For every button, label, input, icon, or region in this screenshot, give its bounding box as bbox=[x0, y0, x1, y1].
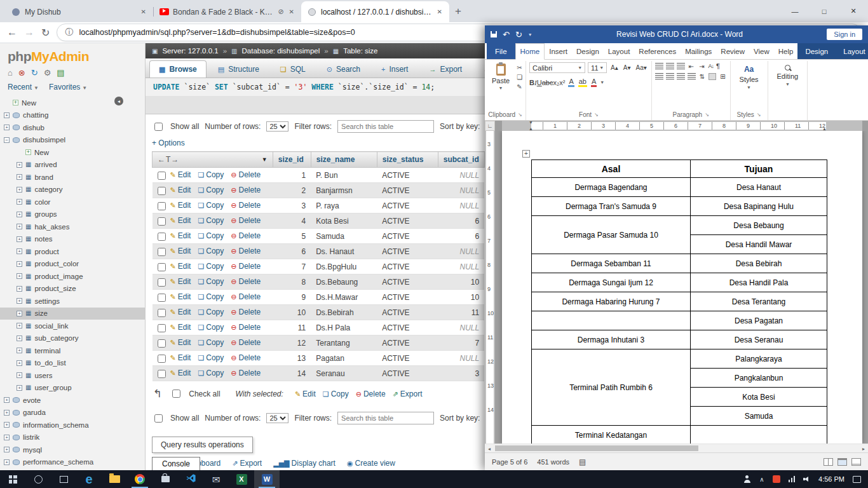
row-checkbox[interactable] bbox=[158, 263, 166, 271]
pma-tab-search[interactable]: ⊙Search bbox=[317, 60, 370, 78]
row-checkbox[interactable] bbox=[158, 233, 166, 241]
doc-cell[interactable]: Desa Terantang bbox=[691, 292, 827, 311]
console-toggle[interactable]: Console bbox=[152, 457, 200, 470]
resultop-create-view[interactable]: ◉Create view bbox=[347, 459, 395, 468]
chrome-close-button[interactable]: ✕ bbox=[839, 0, 868, 22]
edge-taskbar-icon[interactable]: e bbox=[76, 470, 102, 488]
change-case-button[interactable]: Aa▾ bbox=[635, 64, 648, 71]
shrink-font-button[interactable]: A▾ bbox=[622, 64, 632, 71]
word-count[interactable]: 451 words bbox=[537, 458, 569, 466]
expand-icon[interactable]: + bbox=[4, 459, 10, 465]
settings-icon[interactable]: ⚙ bbox=[44, 68, 51, 78]
copy-row-action[interactable]: ❏Copy bbox=[198, 216, 224, 225]
doc-cell[interactable]: Dermaga Sungai Ijum 12 bbox=[532, 273, 691, 292]
ribbon-tab-layout[interactable]: Layout bbox=[604, 43, 635, 59]
action-center-icon[interactable] bbox=[853, 476, 861, 483]
tree-item-color[interactable]: +▦color bbox=[0, 196, 145, 208]
read-mode-view-button[interactable] bbox=[824, 458, 833, 466]
subscript-button[interactable]: x₂ bbox=[553, 79, 559, 86]
delete-row-action[interactable]: ⊖Delete bbox=[231, 170, 261, 179]
qat-customize-icon[interactable]: ▼ bbox=[528, 32, 532, 37]
with-selected-delete[interactable]: ⊖Delete bbox=[356, 390, 386, 398]
column-header-subcat_id[interactable]: subcat_id bbox=[438, 152, 484, 168]
breadcrumb-item[interactable]: Table: size bbox=[343, 47, 377, 55]
row-checkbox[interactable] bbox=[158, 355, 166, 363]
edit-row-action[interactable]: ✎Edit bbox=[170, 247, 191, 255]
first-line-indent-marker[interactable]: ▼ bbox=[529, 121, 533, 125]
tab-close-icon[interactable]: ✕ bbox=[288, 8, 295, 16]
sign-in-button[interactable]: Sign in bbox=[827, 29, 862, 40]
tree-item-product_color[interactable]: +▦product_color bbox=[0, 258, 145, 271]
delete-row-action[interactable]: ⊖Delete bbox=[231, 277, 261, 286]
expand-icon[interactable]: + bbox=[17, 311, 22, 316]
save-icon[interactable] bbox=[491, 31, 497, 37]
doc-cell[interactable]: Desa Hanaut bbox=[691, 178, 827, 197]
copy-row-action[interactable]: ❏Copy bbox=[198, 308, 224, 316]
expand-icon[interactable]: + bbox=[17, 323, 22, 329]
edit-row-action[interactable]: ✎Edit bbox=[170, 231, 191, 240]
pma-tab-sql[interactable]: ❏SQL bbox=[271, 60, 315, 78]
justify-icon[interactable] bbox=[688, 73, 696, 80]
site-info-icon[interactable]: ⓘ bbox=[65, 27, 73, 38]
delete-row-action[interactable]: ⊖Delete bbox=[231, 308, 261, 316]
resultop-display-chart[interactable]: ▂▅▇Display chart bbox=[273, 459, 336, 468]
edit-row-action[interactable]: ✎Edit bbox=[170, 277, 191, 286]
tree-item-brand[interactable]: +▦brand bbox=[0, 171, 145, 184]
rows-select[interactable]: 25 bbox=[266, 121, 288, 132]
paste-button[interactable]: Paste ▼ bbox=[488, 62, 513, 92]
dialog-launcher-icon[interactable]: ↘ bbox=[757, 112, 761, 118]
doc-cell[interactable]: Desa Pagatan bbox=[691, 311, 827, 330]
tree-item-new[interactable]: +New bbox=[0, 97, 145, 109]
tree-item-performance_schema[interactable]: +performance_schema bbox=[0, 456, 145, 469]
cortana-button[interactable] bbox=[25, 470, 51, 488]
print-layout-view-button[interactable] bbox=[837, 458, 847, 466]
browser-tab[interactable]: localhost / 127.0.0.1 / dishubsimp...✕ bbox=[301, 1, 449, 22]
delete-row-action[interactable]: ⊖Delete bbox=[231, 262, 261, 271]
show-hidden-icons-button[interactable]: ∧ bbox=[759, 476, 764, 483]
tree-item-sub_category[interactable]: +▦sub_category bbox=[0, 332, 145, 345]
ribbon-tab-insert[interactable]: Insert bbox=[545, 43, 572, 59]
excel-taskbar-icon[interactable]: X bbox=[229, 470, 254, 488]
copy-row-action[interactable]: ❏Copy bbox=[198, 231, 224, 240]
phpmyadmin-logo[interactable]: phpMyAdmin bbox=[0, 43, 145, 65]
copy-row-action[interactable]: ❏Copy bbox=[198, 277, 224, 286]
tab-close-icon[interactable]: ✕ bbox=[436, 8, 444, 16]
delete-row-action[interactable]: ⊖Delete bbox=[231, 201, 261, 210]
expand-icon[interactable]: + bbox=[4, 447, 10, 452]
tree-item-to_do_list[interactable]: +▦to_do_list bbox=[0, 357, 145, 370]
tree-item-product_size[interactable]: +▦product_size bbox=[0, 283, 145, 295]
delete-row-action[interactable]: ⊖Delete bbox=[231, 247, 261, 255]
volume-icon[interactable] bbox=[803, 476, 810, 482]
chrome-minimize-button[interactable]: — bbox=[780, 0, 810, 22]
edit-row-action[interactable]: ✎Edit bbox=[170, 338, 191, 347]
forward-icon[interactable]: → bbox=[24, 27, 34, 38]
copy-icon[interactable]: ❏ bbox=[517, 74, 522, 81]
tree-item-new[interactable]: +New bbox=[0, 146, 145, 159]
row-checkbox[interactable] bbox=[158, 324, 166, 332]
doc-cell[interactable]: Palangkaraya bbox=[691, 349, 827, 369]
doc-cell[interactable]: Dermaga Bagendang bbox=[532, 178, 691, 197]
doc-cell[interactable]: Dermaga Sebamban 11 bbox=[532, 254, 691, 273]
expand-icon[interactable]: + bbox=[17, 236, 22, 242]
decrease-indent-icon[interactable]: ⇤ bbox=[688, 63, 695, 70]
column-header-size_status[interactable]: size_status bbox=[377, 152, 438, 168]
redo-icon[interactable]: ↻ bbox=[515, 30, 522, 39]
expand-icon[interactable]: + bbox=[4, 435, 10, 440]
delete-row-action[interactable]: ⊖Delete bbox=[231, 186, 261, 194]
network-icon[interactable] bbox=[789, 476, 796, 482]
undo-icon[interactable]: ↶ bbox=[503, 30, 510, 39]
tree-item-arrived[interactable]: +▦arrived bbox=[0, 159, 145, 172]
expand-icon[interactable]: + bbox=[17, 298, 22, 304]
expand-icon[interactable]: + bbox=[4, 112, 10, 118]
reload-icon[interactable]: ↻ bbox=[41, 27, 50, 39]
doc-cell[interactable] bbox=[691, 426, 827, 444]
row-checkbox[interactable] bbox=[158, 294, 166, 302]
scroll-right-icon[interactable]: ▸ bbox=[859, 444, 868, 453]
column-header-size_name[interactable]: size_name bbox=[311, 152, 377, 168]
back-icon[interactable]: ← bbox=[7, 27, 17, 38]
copy-row-action[interactable]: ❏Copy bbox=[198, 170, 224, 179]
delete-row-action[interactable]: ⊖Delete bbox=[231, 292, 261, 301]
font-name-combo[interactable]: Calibri▼ bbox=[529, 62, 585, 73]
sidebar-collapse-button[interactable]: ◂ bbox=[114, 97, 123, 105]
document-page[interactable]: + AsalTujuanDermaga BagendangDesa Hanaut… bbox=[502, 131, 862, 444]
